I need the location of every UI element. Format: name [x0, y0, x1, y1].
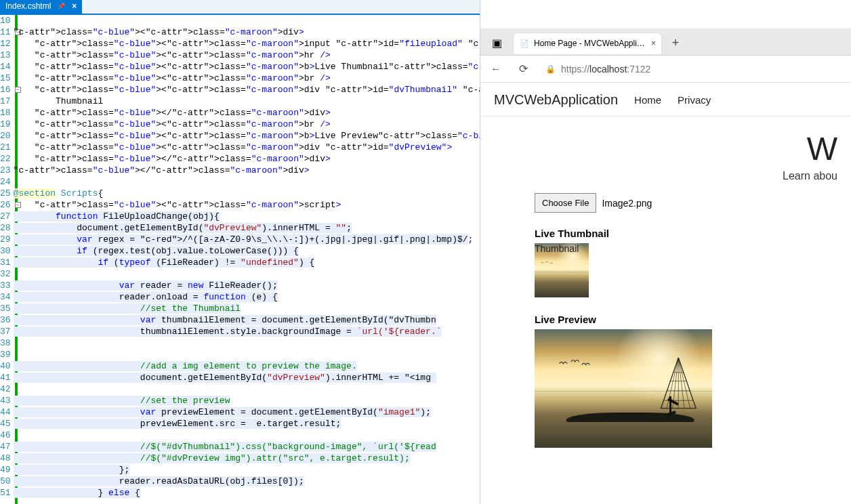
- browser-tab-title: Home Page - MVCWebApplicatio: [534, 39, 647, 48]
- preview-box: [535, 329, 712, 448]
- arrow-left-icon: ←: [491, 63, 501, 75]
- url-host: localhost: [589, 64, 627, 75]
- browser-toolbar: ← ⟳ 🔒 https://localhost:7122: [480, 56, 851, 83]
- code-container: 1011121314151617181920212223242526272829…: [0, 15, 480, 504]
- preview-heading: Live Preview: [535, 314, 837, 325]
- lock-icon: 🔒: [545, 64, 556, 74]
- code-text-area[interactable]: "c-attr">class="c-blue"><"c-attr">class=…: [14, 15, 480, 504]
- thumbnail-text-overlay: Thumbnail: [535, 243, 579, 254]
- plus-icon: +: [672, 36, 680, 50]
- editor-tab-bar: Index.cshtml 📌 ×: [0, 0, 480, 15]
- preview-image: [535, 329, 712, 448]
- pin-icon[interactable]: 📌: [58, 3, 65, 9]
- thumbnail-box: Thumbnail: [535, 243, 589, 297]
- brand-title[interactable]: MVCWebApplication: [494, 92, 618, 108]
- favicon-icon: 📄: [519, 38, 530, 49]
- page-content: Choose File Image2.png Live Thumbnail Th…: [480, 182, 851, 468]
- back-button[interactable]: ←: [486, 59, 506, 79]
- page-navbar: MVCWebApplication Home Privacy: [480, 83, 851, 117]
- thumbnail-heading: Live Thumbnail: [535, 228, 837, 239]
- hero-region: W Learn abou: [480, 117, 851, 182]
- nav-link-privacy[interactable]: Privacy: [678, 94, 711, 106]
- url-protocol: https://: [561, 64, 589, 75]
- editor-tab-active[interactable]: Index.cshtml 📌 ×: [0, 0, 82, 14]
- selected-file-name: Image2.png: [602, 198, 652, 209]
- editor-tab-close-icon[interactable]: ×: [72, 1, 77, 11]
- reload-icon: ⟳: [519, 62, 528, 75]
- file-upload-row: Choose File Image2.png: [535, 193, 837, 213]
- tab-manager-icon: ▣: [492, 37, 502, 49]
- browser-pane: ▣ 📄 Home Page - MVCWebApplicatio × + ← ⟳…: [480, 0, 851, 504]
- line-number-gutter: 1011121314151617181920212223242526272829…: [0, 15, 14, 504]
- new-tab-button[interactable]: +: [666, 34, 685, 53]
- page-viewport: MVCWebApplication Home Privacy W Learn a…: [480, 83, 851, 504]
- browser-tab-active[interactable]: 📄 Home Page - MVCWebApplicatio ×: [513, 33, 662, 54]
- reload-button[interactable]: ⟳: [513, 59, 533, 79]
- hero-subtext-fragment: Learn abou: [494, 170, 837, 182]
- code-editor-pane: Index.cshtml 📌 × 10111213141516171819202…: [0, 0, 480, 504]
- hero-headline-fragment: W: [494, 130, 837, 167]
- browser-tab-strip: ▣ 📄 Home Page - MVCWebApplicatio × +: [480, 28, 851, 56]
- nav-link-home[interactable]: Home: [634, 94, 661, 106]
- url-port: :7122: [627, 64, 650, 75]
- editor-tab-title: Index.cshtml: [5, 1, 51, 11]
- choose-file-button[interactable]: Choose File: [535, 193, 596, 213]
- address-bar[interactable]: 🔒 https://localhost:7122: [540, 59, 846, 79]
- tab-manager-button[interactable]: ▣: [486, 33, 507, 54]
- browser-tab-close-icon[interactable]: ×: [651, 39, 656, 48]
